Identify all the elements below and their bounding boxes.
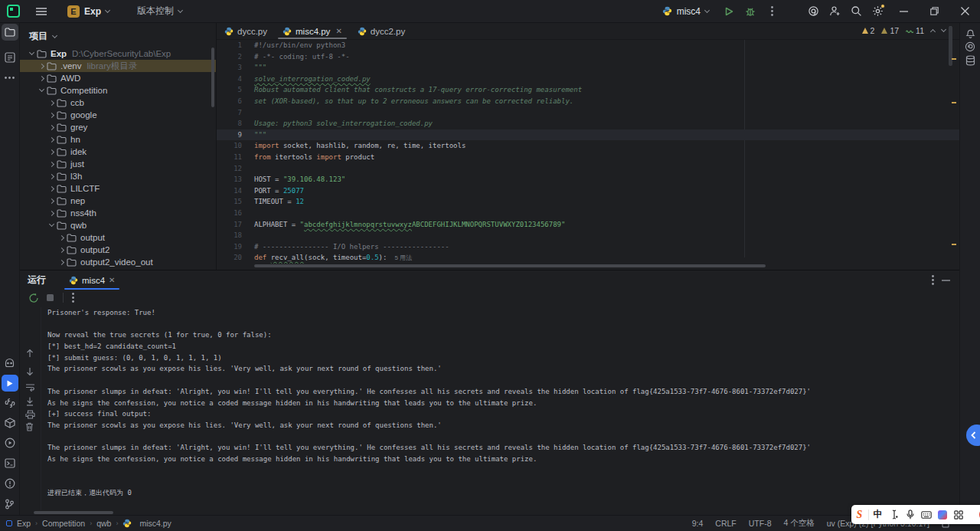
chevron-right-icon[interactable] <box>48 161 54 166</box>
tree-item-just[interactable]: just <box>20 158 216 170</box>
chevron-right-icon[interactable] <box>48 173 54 179</box>
chevron-right-icon[interactable] <box>48 112 54 117</box>
tree-item-nep[interactable]: nep <box>20 195 216 207</box>
status-item[interactable]: 9:4 <box>692 519 704 528</box>
code-line-8[interactable]: 8Usage: python3 solve_interrogation_code… <box>217 118 959 129</box>
chevron-right-icon[interactable] <box>48 124 54 129</box>
tree-item-grey[interactable]: grey <box>20 121 216 133</box>
tree-item-Competition[interactable]: Competition <box>20 84 216 97</box>
database-tool-icon[interactable] <box>962 52 978 69</box>
console-output[interactable]: Prisoner's response: True! Now reveal th… <box>47 307 951 511</box>
code-line-20[interactable]: 20def recv_all(sock, timeout=0.5):5 用法 <box>217 252 959 264</box>
next-problem-icon[interactable] <box>941 27 946 32</box>
code-line-13[interactable]: 13HOST = "39.106.48.123" <box>217 174 959 185</box>
breadcrumb-item[interactable]: misc4.py <box>139 519 171 528</box>
tree-item-hn[interactable]: hn <box>20 133 216 146</box>
soft-keyboard-icon[interactable] <box>918 505 934 524</box>
typos-count[interactable]: 11 <box>906 26 924 35</box>
tree-item-ccb[interactable]: ccb <box>20 97 216 109</box>
code-line-19[interactable]: 19# ---------------- I/O helpers -------… <box>217 241 959 253</box>
toolbox-grid-icon[interactable] <box>950 505 966 524</box>
code-line-18[interactable]: 18 <box>217 230 959 241</box>
warnings-count[interactable]: 2 <box>862 26 875 35</box>
editor-tab-dycc2.py[interactable]: dycc2.py <box>350 23 413 39</box>
commit-tool-icon[interactable] <box>2 49 18 66</box>
code-line-9[interactable]: 9""" <box>217 129 959 141</box>
soft-wrap-icon[interactable] <box>25 383 35 392</box>
project-tree-scrollbar[interactable] <box>211 48 214 107</box>
project-widget[interactable]: E Exp <box>63 3 114 20</box>
window-restore-button[interactable] <box>919 0 949 23</box>
debug-button[interactable] <box>740 1 761 22</box>
editor-tab-dycc.py[interactable]: dycc.py <box>217 23 275 39</box>
more-tool-windows-icon[interactable] <box>2 69 18 86</box>
code-line-4[interactable]: 4solve_interrogation_coded.py <box>217 74 959 85</box>
code-line-17[interactable]: 17ALPHABET = "abcdefghijklmnopqrstuvwxyz… <box>217 219 959 231</box>
skin-theme-icon[interactable] <box>934 505 950 524</box>
weak-warnings-count[interactable]: 17 <box>881 26 899 35</box>
vcs-widget[interactable]: 版本控制 <box>137 5 182 18</box>
warning-stripe-mark[interactable] <box>952 102 956 103</box>
python-console-tool-icon[interactable] <box>2 395 18 411</box>
warning-stripe-mark[interactable] <box>952 58 956 60</box>
run-config-widget[interactable]: misc4 <box>662 6 709 17</box>
code-line-14[interactable]: 14PORT = 25077 <box>217 185 959 197</box>
git-tool-icon[interactable] <box>2 496 18 513</box>
window-close-button[interactable] <box>949 0 980 23</box>
up-stacktrace-icon[interactable] <box>25 349 34 358</box>
warning-stripe-mark[interactable] <box>952 244 956 245</box>
close-tab-icon[interactable]: ✕ <box>335 27 341 35</box>
tree-item-output2[interactable]: output2 <box>20 244 216 256</box>
chevron-right-icon[interactable] <box>48 198 54 203</box>
terminal-tool-icon[interactable] <box>2 454 18 471</box>
breadcrumb-item[interactable]: qwb <box>96 519 111 528</box>
breadcrumb-item[interactable]: Competition <box>42 519 85 528</box>
tree-item-nss4th[interactable]: nss4th <box>20 207 216 219</box>
sogou-logo-icon[interactable]: S <box>851 505 867 524</box>
tree-item-output2_video_out[interactable]: output2_video_out <box>20 256 216 268</box>
editor-horizontal-scrollbar[interactable] <box>254 264 766 267</box>
add-user-icon[interactable] <box>824 1 845 22</box>
text-cursor-icon[interactable] <box>886 505 902 524</box>
chevron-right-icon[interactable] <box>48 149 54 154</box>
code-line-5[interactable]: 5Robust automated client that constructs… <box>217 84 959 96</box>
status-item[interactable]: CRLF <box>715 519 736 528</box>
code-line-10[interactable]: 10import socket, hashlib, random, re, ti… <box>217 140 959 152</box>
voice-input-mic-icon[interactable] <box>902 505 918 524</box>
chevron-down-icon[interactable] <box>38 87 44 92</box>
code-line-12[interactable]: 12 <box>217 163 959 175</box>
chevron-down-icon[interactable] <box>28 50 34 55</box>
python-packages-tool-icon[interactable] <box>2 415 18 431</box>
more-actions-kebab-icon[interactable] <box>761 1 782 22</box>
chevron-right-icon[interactable] <box>48 210 54 215</box>
chevron-right-icon[interactable] <box>38 75 44 80</box>
project-panel-header[interactable]: 项目 <box>20 23 216 48</box>
code-line-11[interactable]: 11from itertools import product <box>217 152 959 163</box>
code-line-6[interactable]: 6set (XOR-based), so that up to 2 errone… <box>217 96 959 107</box>
hide-tool-window-icon[interactable] <box>942 280 950 281</box>
tree-item-Exp[interactable]: ExpD:\CyberSecurityLab\Exp <box>20 48 216 60</box>
code-line-3[interactable]: 3""" <box>217 62 959 74</box>
tree-item-l3h[interactable]: l3h <box>20 170 216 182</box>
chevron-right-icon[interactable] <box>58 259 64 264</box>
code-line-7[interactable]: 7 <box>217 107 959 119</box>
tree-item-.venv[interactable]: .venvlibrary根目录 <box>20 60 216 72</box>
code-area[interactable]: 1#!/usr/bin/env python32# -*- coding: ut… <box>217 40 959 264</box>
chevron-right-icon[interactable] <box>58 247 64 252</box>
settings-gear-icon[interactable] <box>867 1 888 22</box>
main-menu-icon[interactable] <box>31 1 52 22</box>
services-tool-icon[interactable] <box>2 434 18 451</box>
editor-vertical-scrollbar[interactable] <box>949 26 952 66</box>
tree-item-idek[interactable]: idek <box>20 146 216 158</box>
run-panel-options-kebab-icon[interactable] <box>932 275 934 285</box>
chinese-mode-icon[interactable]: 中 <box>870 505 886 524</box>
chevron-down-icon[interactable] <box>48 221 54 227</box>
code-line-1[interactable]: 1#!/usr/bin/env python3 <box>217 40 959 51</box>
chevron-right-icon[interactable] <box>58 234 64 240</box>
clear-console-trash-icon[interactable] <box>25 422 34 431</box>
close-tab-icon[interactable]: ✕ <box>109 276 115 284</box>
chevron-right-icon[interactable] <box>38 63 44 68</box>
prev-problem-icon[interactable] <box>930 29 936 34</box>
inspections-widget[interactable]: 2 17 11 <box>862 26 946 35</box>
editor-tab-misc4.py[interactable]: misc4.py✕ <box>275 23 350 39</box>
